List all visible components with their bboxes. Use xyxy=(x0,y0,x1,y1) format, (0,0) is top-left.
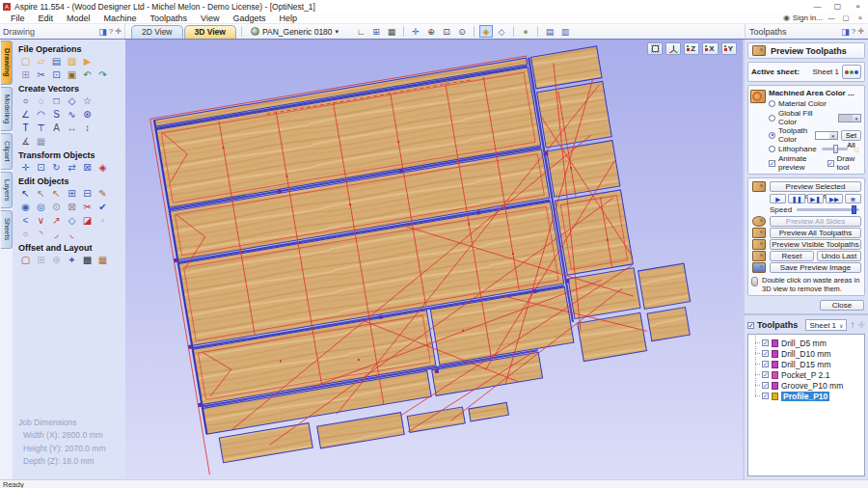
keep-inside-icon[interactable]: ⊠ xyxy=(65,201,79,213)
draw-gear-icon[interactable]: ⊛ xyxy=(80,108,95,121)
move-selection-icon[interactable]: ✛ xyxy=(18,161,33,174)
pause-button[interactable]: ❚❚ xyxy=(788,194,804,203)
draw-freehand-icon[interactable]: ∿ xyxy=(65,108,79,121)
draw-star-icon[interactable]: ☆ xyxy=(80,95,95,107)
sheet-select-dropdown[interactable]: Sheet 1 ∨ xyxy=(805,319,847,331)
vector-validator-icon[interactable]: ✔ xyxy=(95,201,110,213)
mdi-restore-icon[interactable]: ▢ xyxy=(840,14,852,22)
set-all-button[interactable]: Set All xyxy=(841,130,861,141)
nesting-layout-icon[interactable]: ▦ xyxy=(95,254,110,266)
draw-polyline-icon[interactable]: ∠ xyxy=(18,108,33,121)
draw-polygon-icon[interactable]: ◇ xyxy=(65,95,79,107)
circular-copy-icon[interactable]: ⊕ xyxy=(49,254,64,266)
toolpath-color-select[interactable]: ▾ xyxy=(815,131,838,140)
copy-along-vectors-icon[interactable]: ✦ xyxy=(65,254,79,266)
zoom-extents-view-button[interactable] xyxy=(647,42,663,55)
toolpaths-visibility-checkbox[interactable]: ✓ xyxy=(747,322,754,329)
text-spacing-icon[interactable]: ↔ xyxy=(65,122,79,134)
toolpath-item[interactable]: ✓Drill_D5 mm xyxy=(751,338,864,348)
toolpath-checkbox[interactable]: ✓ xyxy=(762,382,769,389)
join-with-curve-icon[interactable]: ↗ xyxy=(49,214,64,227)
text-select-icon[interactable]: A xyxy=(49,122,64,134)
panel-tab-modeling[interactable]: Modeling xyxy=(1,87,13,131)
pin-icon[interactable]: ✛ xyxy=(115,27,122,36)
draw-rectangle-icon[interactable]: □ xyxy=(49,95,64,107)
view-z-button[interactable]: Z xyxy=(684,42,699,55)
mdi-minimize-icon[interactable]: — xyxy=(826,14,837,22)
menu-machine[interactable]: Machine xyxy=(97,14,144,23)
split-view-vertical-icon[interactable]: ▥ xyxy=(558,25,572,38)
text-on-curve-icon[interactable]: ↕ xyxy=(80,122,95,134)
node-edit-icon[interactable]: ↖ xyxy=(34,187,48,200)
extend-vector-icon[interactable]: ▫ xyxy=(95,214,110,227)
draw-curve-icon[interactable]: S xyxy=(49,108,64,121)
tab-3d-view[interactable]: 3D View xyxy=(184,25,236,39)
preview-all-toolpaths-button[interactable]: Preview All Toolpaths xyxy=(770,228,861,238)
cut-icon[interactable]: ✂ xyxy=(34,68,48,81)
pin-icon[interactable]: ✛ xyxy=(857,27,864,36)
lithophane-slider[interactable] xyxy=(822,148,848,150)
tab-2d-view[interactable]: 2D View xyxy=(131,25,183,39)
post-processor-dropdown[interactable]: PAN_Generic 0180 ▾ xyxy=(247,24,342,39)
single-step-button[interactable]: ▶❚ xyxy=(807,194,824,203)
fit-arc-2-icon[interactable]: ◞ xyxy=(49,228,64,240)
menu-toolpaths[interactable]: Toolpaths xyxy=(144,14,195,23)
isometric-view-button[interactable] xyxy=(665,42,681,55)
panel-tab-sheets[interactable]: Sheets xyxy=(1,210,13,248)
vector-scissors-icon[interactable]: ✂ xyxy=(80,201,95,213)
radio-icon[interactable] xyxy=(769,100,775,107)
draw-text-box-icon[interactable]: ⊤ xyxy=(34,122,48,134)
panel-toggle-icon[interactable]: ◨ xyxy=(98,27,107,37)
zoom-in-icon[interactable]: ⊕ xyxy=(424,25,438,38)
reset-preview-button[interactable]: Reset Preview xyxy=(770,251,814,261)
draw-dimension-icon[interactable]: ∡ xyxy=(18,135,33,148)
ungroup-icon[interactable]: ⊟ xyxy=(80,187,95,200)
offset-vectors-icon[interactable]: ▢ xyxy=(18,254,33,266)
toolpath-label[interactable]: Profile_P10 xyxy=(781,392,829,401)
new-drawing-icon[interactable]: ▢ xyxy=(18,55,33,68)
view-y-button[interactable]: Y xyxy=(721,42,737,55)
align-icon[interactable]: ◈ xyxy=(95,161,110,174)
toolpath-label[interactable]: Drill_D10 mm xyxy=(781,349,830,359)
global-fill-color-option[interactable]: Global Fill Color ▾ xyxy=(769,109,861,126)
save-preview-image-button[interactable]: Save Preview Image xyxy=(770,262,861,273)
toolpath-label[interactable]: Drill_D5 mm xyxy=(781,339,827,348)
speed-slider[interactable] xyxy=(797,208,859,211)
menu-view[interactable]: View xyxy=(194,14,226,23)
slider-handle[interactable] xyxy=(852,205,856,214)
zoom-extents-icon[interactable]: ◈ xyxy=(479,25,493,38)
menu-model[interactable]: Model xyxy=(60,14,97,23)
run-to-tool-change-button[interactable]: ≣ xyxy=(845,194,861,203)
weld-vectors-icon[interactable]: ◉ xyxy=(18,201,33,213)
view-x-button[interactable]: X xyxy=(702,42,718,55)
import-vectors-icon[interactable]: ▨ xyxy=(65,55,79,68)
toolpath-item[interactable]: ✓Pocket_P 2.1 xyxy=(751,369,864,380)
sheet-color-palette-button[interactable] xyxy=(842,65,861,79)
subtract-vectors-icon[interactable]: ◎ xyxy=(34,201,48,213)
move-toolpath-up-button[interactable]: ↑ xyxy=(850,320,854,330)
close-button[interactable]: Close xyxy=(820,300,864,311)
close-icon[interactable]: × xyxy=(848,0,868,13)
snap-toggle-icon[interactable]: ∟ xyxy=(354,25,367,38)
zoom-selected-icon[interactable]: ◇ xyxy=(495,25,508,38)
draw-text-icon[interactable]: T xyxy=(18,122,33,134)
copy-icon[interactable]: ⊡ xyxy=(49,68,64,81)
add-toolpath-button[interactable]: ✚ xyxy=(857,320,865,330)
toolpath-color-option[interactable]: Toolpath Color ▾ Set All xyxy=(769,126,861,144)
group-icon[interactable]: ⊞ xyxy=(65,187,79,200)
toolpath-label[interactable]: Pocket_P 2.1 xyxy=(781,370,829,380)
mdi-close-icon[interactable]: × xyxy=(854,14,866,22)
panel-tab-clipart[interactable]: Clipart xyxy=(1,133,13,170)
radio-icon[interactable] xyxy=(769,146,775,152)
preview-selected-toolpath-button[interactable]: Preview Selected Toolpath xyxy=(770,181,861,192)
material-color-option[interactable]: Material Color xyxy=(769,98,861,109)
maximize-icon[interactable]: ▢ xyxy=(827,0,848,13)
split-view-horizontal-icon[interactable]: ▤ xyxy=(543,25,556,38)
join-open-vectors-icon[interactable]: < xyxy=(18,214,33,227)
panel-tab-layers[interactable]: Layers xyxy=(1,172,13,209)
radio-selected-icon[interactable] xyxy=(769,132,775,139)
draw-tool-checkbox[interactable]: ✓ xyxy=(827,160,834,167)
set-size-icon[interactable]: ⊡ xyxy=(34,161,48,174)
toolpath-checkbox[interactable]: ✓ xyxy=(762,350,769,357)
fast-forward-button[interactable]: ▶▶ xyxy=(826,194,842,203)
